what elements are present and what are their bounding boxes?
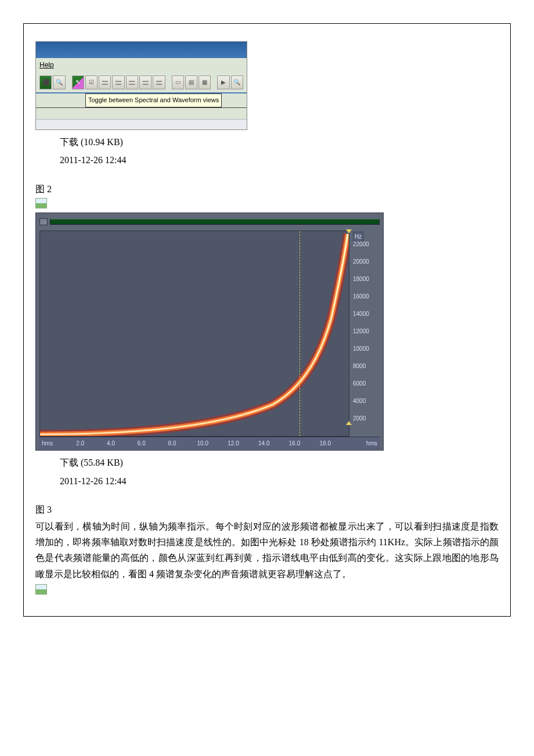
x-tick: 12.0 xyxy=(228,439,239,448)
y-handle-top[interactable] xyxy=(346,229,352,233)
toolbar-button-1[interactable]: ⬛ xyxy=(39,75,52,89)
x-tick: 6.0 xyxy=(138,439,146,448)
y-tick: 8000 xyxy=(353,362,366,371)
figure-3-label: 图 3 xyxy=(35,502,499,517)
menu-bar: Help xyxy=(36,58,247,73)
chart-topbar xyxy=(39,218,380,226)
chart-topbar-button[interactable] xyxy=(39,218,48,225)
plot-area[interactable] xyxy=(39,231,349,437)
window-titlebar xyxy=(36,42,247,58)
y-tick: 18000 xyxy=(353,275,369,284)
zoom-button[interactable]: 🔍 xyxy=(231,75,243,89)
y-tick: 20000 xyxy=(353,257,369,267)
x-axis-unit-left: hms xyxy=(42,439,53,448)
preset-button-3[interactable]: ▬▬▬▬ xyxy=(126,75,138,89)
chart-track-overview[interactable] xyxy=(50,219,380,225)
y-tick: 14000 xyxy=(353,309,369,319)
download-link-fig3[interactable]: 下载 (55.84 KB) xyxy=(60,455,499,470)
toolbar-button-panel-3[interactable]: ▦ xyxy=(199,75,211,89)
x-tick: 4.0 xyxy=(107,439,115,448)
tooltip: Toggle between Spectral and Waveform vie… xyxy=(85,93,222,107)
x-tick: 16.0 xyxy=(289,439,300,448)
y-tick: 12000 xyxy=(353,327,369,336)
y-tick: 10000 xyxy=(353,344,369,354)
x-axis-unit-right: hms xyxy=(366,439,377,448)
play-button[interactable]: ▶ xyxy=(217,75,229,89)
y-tick: 16000 xyxy=(353,292,369,301)
x-tick: 14.0 xyxy=(258,439,269,448)
spectral-curve-svg xyxy=(40,231,349,436)
x-tick: 8.0 xyxy=(168,439,176,448)
y-axis-ruler: Hz 22000 20000 18000 16000 14000 12000 1… xyxy=(349,231,380,437)
x-tick: 18.0 xyxy=(320,439,331,448)
y-tick: 2000 xyxy=(353,414,366,423)
toolbar-button-2[interactable]: 🔍 xyxy=(53,75,65,89)
x-tick: 10.0 xyxy=(197,439,208,448)
cursor-line xyxy=(300,231,300,436)
toolbar-button-4[interactable]: ☑ xyxy=(85,75,98,89)
timestamp-fig3: 2011-12-26 12:44 xyxy=(60,474,499,489)
toolbar-button-panel-1[interactable]: ▭ xyxy=(172,75,184,89)
preset-button-5[interactable]: ▬▬▬▬ xyxy=(153,75,165,89)
x-tick: 2.0 xyxy=(76,439,84,448)
toolbar-bottom-area xyxy=(36,119,247,129)
y-tick: 6000 xyxy=(353,379,366,388)
toolbar-screenshot: Help ⬛ 🔍 ☑ ▬▬▬▬ ▬▬▬▬ ▬▬▬▬ ▬▬▬▬ ▬▬▬▬ ▭ ▤ … xyxy=(35,41,247,130)
body-paragraph: 可以看到，横轴为时间，纵轴为频率指示。每个时刻对应的波形频谱都被显示出来了，可以… xyxy=(35,519,499,582)
y-handle-bottom[interactable] xyxy=(346,421,352,425)
image-placeholder-icon xyxy=(35,584,47,595)
y-tick: 4000 xyxy=(353,397,366,406)
download-link-fig2[interactable]: 下载 (10.94 KB) xyxy=(60,135,499,150)
preset-button-2[interactable]: ▬▬▬▬ xyxy=(112,75,124,89)
x-axis-ruler: hms 2.0 4.0 6.0 8.0 10.0 12.0 14.0 16.0 … xyxy=(39,437,380,449)
help-menu[interactable]: Help xyxy=(39,61,54,69)
toolbar-lower-strip xyxy=(36,107,247,119)
preset-button-4[interactable]: ▬▬▬▬ xyxy=(139,75,151,89)
toolbar: ⬛ 🔍 ☑ ▬▬▬▬ ▬▬▬▬ ▬▬▬▬ ▬▬▬▬ ▬▬▬▬ ▭ ▤ ▦ ▶ 🔍 xyxy=(36,73,247,92)
toggle-spectral-waveform-button[interactable] xyxy=(72,75,84,89)
toolbar-button-panel-2[interactable]: ▤ xyxy=(185,75,197,89)
spectral-chart: Hz 22000 20000 18000 16000 14000 12000 1… xyxy=(35,213,384,451)
image-placeholder-icon xyxy=(35,198,47,208)
preset-button-1[interactable]: ▬▬▬▬ xyxy=(99,75,111,89)
y-tick: 22000 xyxy=(353,240,369,249)
timestamp-fig2: 2011-12-26 12:44 xyxy=(60,153,499,168)
figure-2-label: 图 2 xyxy=(35,182,499,197)
